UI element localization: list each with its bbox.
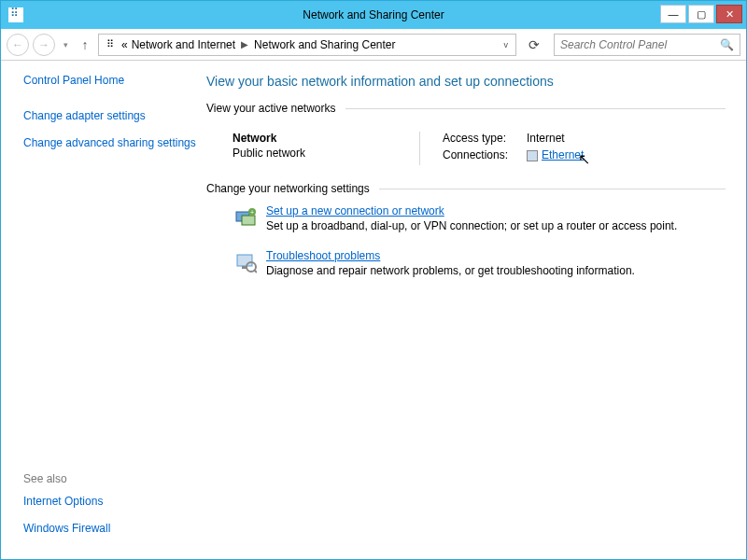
access-type-label: Access type:: [443, 132, 527, 145]
settings-item-title[interactable]: Set up a new connection or network: [266, 204, 677, 217]
network-name: Network: [233, 132, 419, 145]
breadcrumb-prefix: «: [121, 38, 128, 51]
svg-line-7: [254, 270, 257, 273]
breadcrumb-separator-icon: ▶: [239, 39, 250, 49]
divider: [379, 189, 726, 189]
settings-item-title[interactable]: Troubleshoot problems: [266, 249, 635, 262]
ethernet-icon: [527, 150, 538, 161]
up-button[interactable]: ↑: [76, 35, 94, 54]
change-settings-label: Change your networking settings: [206, 182, 370, 195]
divider: [345, 108, 726, 109]
sidebar: Control Panel Home Change adapter settin…: [1, 61, 197, 559]
window-frame: Network and Sharing Center — ▢ ✕ ← → ▾ ↑…: [0, 0, 747, 560]
close-button[interactable]: ✕: [716, 5, 742, 23]
new-connection-icon: +: [233, 204, 259, 231]
sidebar-link-adapter[interactable]: Change adapter settings: [23, 109, 197, 124]
svg-rect-4: [237, 255, 252, 266]
seealso-label: See also: [23, 472, 197, 485]
change-settings-header: Change your networking settings: [206, 182, 726, 195]
svg-rect-1: [242, 216, 255, 225]
settings-item-troubleshoot[interactable]: Troubleshoot problems Diagnose and repai…: [233, 249, 726, 277]
forward-button[interactable]: →: [33, 34, 55, 56]
body: Control Panel Home Change adapter settin…: [1, 61, 746, 559]
search-input[interactable]: [560, 38, 720, 51]
page-heading: View your basic network information and …: [206, 74, 726, 89]
sidebar-seealso-firewall[interactable]: Windows Firewall: [23, 522, 197, 537]
minimize-button[interactable]: —: [660, 5, 686, 23]
settings-item-desc: Set up a broadband, dial-up, or VPN conn…: [266, 219, 677, 232]
refresh-button[interactable]: ⟳: [524, 35, 544, 55]
location-icon: ⠿: [103, 37, 118, 52]
breadcrumb-current[interactable]: Network and Sharing Center: [254, 38, 395, 51]
history-dropdown[interactable]: ▾: [59, 34, 72, 56]
settings-item-desc: Diagnose and repair network problems, or…: [266, 264, 635, 277]
connections-label: Connections:: [443, 148, 527, 161]
window-title: Network and Sharing Center: [303, 8, 444, 21]
titlebar[interactable]: Network and Sharing Center — ▢ ✕: [1, 1, 746, 29]
svg-text:+: +: [250, 209, 254, 216]
back-button[interactable]: ←: [7, 34, 29, 56]
sidebar-seealso-internet-options[interactable]: Internet Options: [23, 495, 197, 510]
active-networks-header: View your active networks: [206, 102, 726, 115]
sidebar-home[interactable]: Control Panel Home: [23, 74, 197, 89]
app-icon: [8, 7, 23, 22]
breadcrumb-parent[interactable]: Network and Internet: [132, 38, 235, 51]
address-bar[interactable]: ⠿ « Network and Internet ▶ Network and S…: [98, 34, 516, 56]
access-type-value: Internet: [527, 132, 565, 145]
settings-item-new-connection[interactable]: + Set up a new connection or network Set…: [233, 204, 726, 232]
network-identity: Network Public network: [233, 132, 419, 165]
maximize-button[interactable]: ▢: [688, 5, 714, 23]
network-type: Public network: [233, 147, 419, 160]
settings-list: + Set up a new connection or network Set…: [206, 204, 726, 277]
search-icon[interactable]: 🔍: [720, 38, 734, 51]
search-box[interactable]: 🔍: [554, 34, 740, 56]
active-network-row: Network Public network Access type: Inte…: [206, 124, 726, 182]
toolbar: ← → ▾ ↑ ⠿ « Network and Internet ▶ Netwo…: [1, 29, 746, 61]
address-dropdown-icon[interactable]: v: [500, 40, 513, 49]
sidebar-link-advanced[interactable]: Change advanced sharing settings: [23, 136, 197, 151]
window-controls: — ▢ ✕: [660, 5, 746, 25]
main-panel: View your basic network information and …: [197, 61, 746, 559]
network-details: Access type: Internet Connections: Ether…: [419, 132, 726, 165]
troubleshoot-icon: [233, 249, 259, 275]
active-networks-label: View your active networks: [206, 102, 336, 115]
